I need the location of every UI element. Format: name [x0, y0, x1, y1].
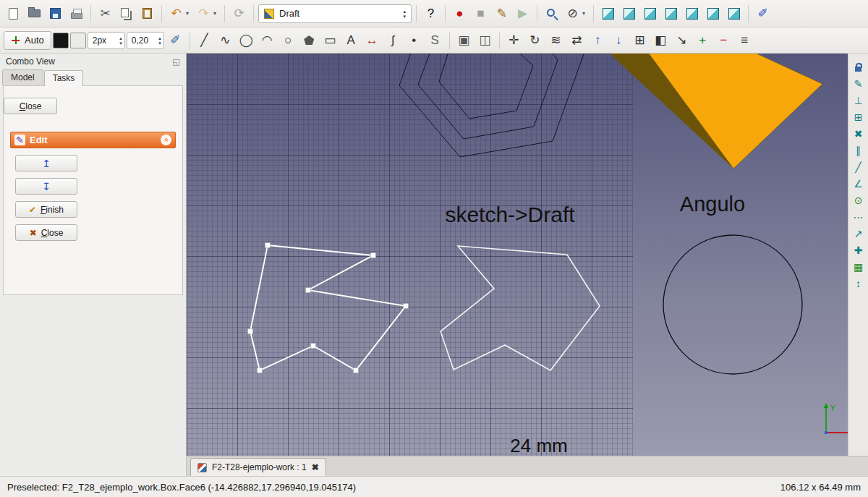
draft-polyline-icon[interactable]: ∿: [216, 30, 235, 50]
draft-text-icon[interactable]: A: [341, 30, 361, 50]
face-color-swatch[interactable]: [70, 33, 86, 48]
draft-rotate-icon[interactable]: ↻: [525, 30, 545, 50]
line-width-select[interactable]: 2px ▴▾: [88, 32, 125, 49]
draft-delete-point-icon[interactable]: −: [714, 30, 733, 50]
line-color-swatch[interactable]: [53, 33, 69, 48]
whats-this-icon[interactable]: ?: [421, 4, 441, 23]
3d-viewport[interactable]: sketch->DraftAngulo24 mmYX: [187, 54, 848, 456]
wire-vertex-handle[interactable]: [311, 344, 316, 349]
tab-tasks[interactable]: Tasks: [44, 70, 84, 86]
hexagon-outline[interactable]: [439, 54, 533, 119]
view-left-icon[interactable]: [724, 4, 744, 23]
copy-icon[interactable]: [116, 4, 136, 23]
selected-wire[interactable]: [250, 245, 406, 370]
redo-dropdown-arrow[interactable]: ▾: [213, 10, 220, 17]
workbench-selector[interactable]: Draft ▴▾: [258, 4, 412, 23]
draft-rectangle-icon[interactable]: ▭: [320, 30, 340, 50]
draft-bspline-icon[interactable]: ʃ: [383, 30, 403, 50]
toggle-snap-lock-icon[interactable]: [851, 60, 867, 75]
hexagon-outline[interactable]: [399, 54, 584, 157]
snap-center-icon[interactable]: ⊙: [851, 193, 867, 208]
snap-edge-icon[interactable]: ╱: [851, 160, 867, 174]
draw-style-icon[interactable]: ⊘: [563, 4, 582, 23]
font-scale-input[interactable]: 0,20 ▴▾: [127, 32, 164, 49]
draft-ellipse-icon[interactable]: ○: [278, 30, 298, 50]
draft-offset-icon[interactable]: ≋: [546, 30, 566, 50]
snap-near-icon[interactable]: ✚: [851, 243, 867, 258]
tab-close-icon[interactable]: ✖: [312, 462, 319, 472]
wire-vertex-handle[interactable]: [354, 368, 359, 373]
finish-button[interactable]: ✔ Finish: [15, 201, 77, 218]
hexagon-outline[interactable]: [418, 54, 558, 139]
undo-icon[interactable]: ↶: [166, 4, 186, 23]
working-plane-auto-button[interactable]: Auto: [4, 31, 51, 50]
scene-label[interactable]: Angulo: [680, 192, 745, 216]
draw-style-dropdown-arrow[interactable]: ▾: [582, 10, 589, 17]
float-panel-icon[interactable]: ◱: [173, 57, 180, 67]
scene-label[interactable]: sketch->Draft: [445, 203, 575, 226]
snap-grid-icon[interactable]: ⊞: [851, 110, 867, 124]
combo-spinner-icon[interactable]: ▴▾: [403, 9, 406, 19]
view-right-icon[interactable]: [661, 4, 681, 23]
draft-wire[interactable]: [441, 246, 600, 370]
draft-circle-shape[interactable]: [663, 235, 802, 374]
snap-parallel-icon[interactable]: ∥: [851, 143, 867, 158]
snap-intersection-icon[interactable]: ✖: [851, 127, 867, 141]
draft-upgrade-icon[interactable]: ↑: [588, 30, 608, 50]
draft-array-icon[interactable]: ⊞: [630, 30, 650, 50]
view-top-icon[interactable]: [640, 4, 660, 23]
draft-trimex-icon[interactable]: ⇄: [567, 30, 587, 50]
wire-vertex-handle[interactable]: [371, 253, 376, 258]
snap-dimensions-icon[interactable]: ↕: [851, 276, 867, 291]
wire-vertex-handle[interactable]: [248, 329, 253, 334]
macro-stop-icon[interactable]: ■: [471, 4, 490, 23]
edit-task-header[interactable]: ✎ Edit »: [10, 132, 176, 148]
line-width-spinner-icon[interactable]: ▴▾: [119, 35, 122, 46]
draft-mirror-icon[interactable]: ◧: [651, 30, 671, 50]
snap-workingplane-icon[interactable]: ▦: [851, 260, 867, 274]
snap-angle-icon[interactable]: ∠: [851, 177, 867, 191]
draft-shapestring-icon[interactable]: S: [425, 30, 445, 50]
draft-downgrade-icon[interactable]: ↓: [609, 30, 629, 50]
save-icon[interactable]: [46, 4, 65, 23]
macro-edit-icon[interactable]: ✎: [492, 4, 511, 23]
draft-circle-icon[interactable]: ◯: [237, 30, 256, 50]
snap-ortho-icon[interactable]: ⋯: [851, 210, 867, 224]
document-tab[interactable]: F2-T28-ejemplo-work : 1 ✖: [190, 458, 326, 476]
view-bottom-icon[interactable]: [703, 4, 723, 23]
draft-add-point-icon[interactable]: +: [693, 30, 712, 50]
wire-vertex-handle[interactable]: [258, 368, 263, 373]
new-file-icon[interactable]: [4, 4, 23, 23]
snap-endpoint-icon[interactable]: ✎: [851, 77, 867, 91]
redo-icon[interactable]: ↷: [194, 4, 213, 23]
wire-vertex-handle[interactable]: [306, 288, 311, 293]
wire-vertex-handle[interactable]: [404, 304, 409, 309]
scene-label[interactable]: 24 mm: [510, 435, 567, 456]
draft-arc-icon[interactable]: ◠: [258, 30, 277, 50]
open-icon[interactable]: [25, 4, 44, 23]
wire-vertex-handle[interactable]: [265, 243, 271, 248]
draft-stretch-icon[interactable]: ↘: [672, 30, 692, 50]
snap-perpendicular-icon[interactable]: ⊥: [851, 93, 867, 108]
snap-extension-icon[interactable]: ↗: [851, 226, 867, 241]
view-front-icon[interactable]: [619, 4, 639, 23]
apply-style-icon[interactable]: ✐: [166, 30, 185, 50]
tab-model[interactable]: Model: [2, 69, 43, 85]
macro-record-icon[interactable]: ●: [450, 4, 469, 23]
delete-point-button[interactable]: ↧: [15, 178, 77, 195]
draft-point-icon[interactable]: •: [404, 30, 424, 50]
font-scale-spinner-icon[interactable]: ▴▾: [158, 35, 161, 46]
zoom-box-icon[interactable]: [542, 4, 561, 23]
draft-line-icon[interactable]: ╱: [195, 30, 214, 50]
tasks-close-button[interactable]: Close: [4, 98, 57, 114]
add-point-button[interactable]: ↥: [15, 155, 77, 171]
view-rear-icon[interactable]: [682, 4, 702, 23]
collapse-section-icon[interactable]: »: [161, 135, 171, 145]
paste-icon[interactable]: [137, 4, 157, 23]
draft-clone-icon[interactable]: ◫: [475, 30, 495, 50]
view-axonometric-icon[interactable]: [598, 4, 618, 23]
edit-close-button[interactable]: ✖ Close: [15, 224, 77, 241]
draft-layers-icon[interactable]: ≡: [735, 30, 754, 50]
draft-polygon-icon[interactable]: [299, 30, 319, 50]
draft-dimension-icon[interactable]: ↔: [362, 30, 382, 50]
